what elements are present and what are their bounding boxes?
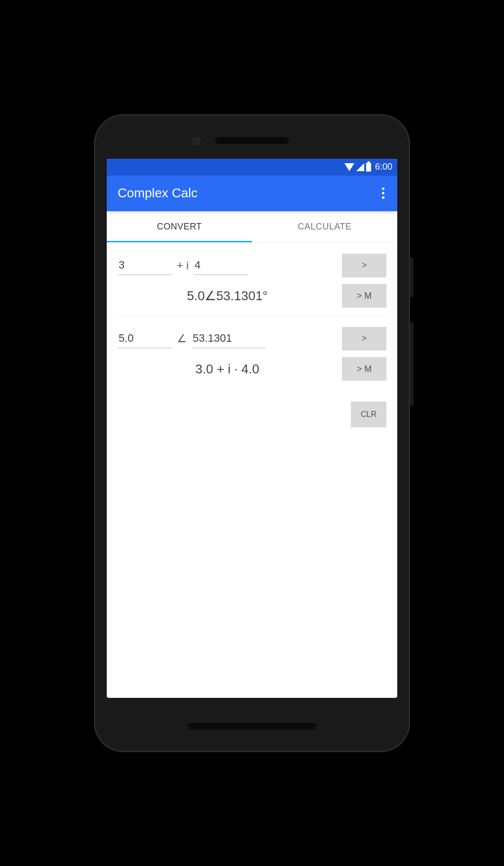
side-button xyxy=(410,322,414,406)
clear-row: CLR xyxy=(118,402,386,427)
rect-result-row: 5.0∠53.1301° > M xyxy=(118,283,386,309)
battery-icon xyxy=(366,163,371,172)
angle-input[interactable] xyxy=(192,329,266,348)
content-area: + i > 5.0∠53.1301° > M ∠ > xyxy=(107,243,397,698)
tab-bar: CONVERT CALCULATE xyxy=(107,211,397,243)
real-part-input[interactable] xyxy=(118,256,172,275)
rect-result-text: 5.0∠53.1301° xyxy=(118,283,337,309)
wifi-icon xyxy=(344,163,354,171)
rect-convert-button[interactable]: > xyxy=(342,254,386,277)
phone-frame: 6:00 Complex Calc CONVERT CALCULATE + i xyxy=(94,114,410,752)
tab-label: CALCULATE xyxy=(297,222,351,232)
rect-input-row: + i > xyxy=(118,254,386,277)
tab-calculate[interactable]: CALCULATE xyxy=(252,211,397,242)
status-bar: 6:00 xyxy=(107,159,397,176)
imag-part-input[interactable] xyxy=(194,256,248,275)
clear-button[interactable]: CLR xyxy=(351,402,386,427)
rect-memory-button[interactable]: > M xyxy=(342,284,386,308)
app-bar: Complex Calc xyxy=(107,176,397,211)
polar-memory-button[interactable]: > M xyxy=(342,357,386,381)
phone-speaker xyxy=(215,137,289,144)
polar-result-text: 3.0 + i · 4.0 xyxy=(118,357,337,382)
app-title: Complex Calc xyxy=(118,185,198,201)
phone-camera xyxy=(193,137,201,145)
polar-result-row: 3.0 + i · 4.0 > M xyxy=(118,357,386,382)
signal-icon xyxy=(356,163,364,171)
tab-label: CONVERT xyxy=(157,222,202,232)
magnitude-input[interactable] xyxy=(118,329,172,348)
overflow-menu-icon[interactable] xyxy=(378,183,388,203)
polar-convert-button[interactable]: > xyxy=(342,327,386,351)
polar-input-row: ∠ > xyxy=(118,327,386,351)
section-divider xyxy=(118,316,386,316)
side-button xyxy=(410,258,414,297)
plus-i-label: + i xyxy=(175,259,191,272)
tab-convert[interactable]: CONVERT xyxy=(107,211,252,242)
phone-home-slot xyxy=(188,723,316,729)
angle-symbol-label: ∠ xyxy=(175,332,189,345)
screen: 6:00 Complex Calc CONVERT CALCULATE + i xyxy=(107,159,397,698)
status-time: 6:00 xyxy=(375,162,392,172)
